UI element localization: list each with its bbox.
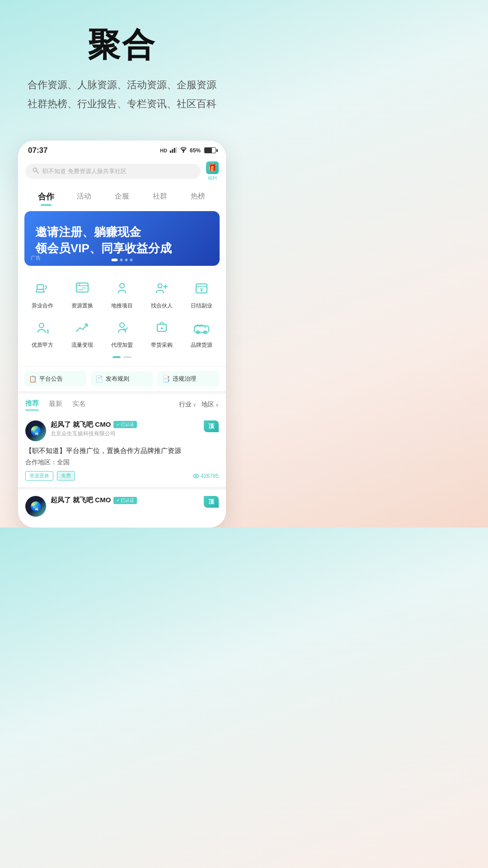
battery-percent: 65% [190,147,201,154]
check-icon-2: ✓ [116,498,120,503]
icon-resource[interactable]: 资源置换 [64,278,100,310]
icon-row-1: 异业合作 资源置换 地推项目 找合伙人 [23,278,221,310]
signal-icon [170,147,177,154]
svg-point-17 [158,283,162,288]
icon-traffic[interactable]: 流量变现 [64,317,100,349]
page-dot-active [113,356,121,358]
dot-3 [125,259,128,261]
top-badge: 顶 [204,420,219,432]
filter-industry[interactable]: 行业 ∨ [179,401,196,409]
svg-point-25 [120,323,124,327]
tab-community[interactable]: 社群 [141,189,179,204]
notice-text: 违规治理 [173,375,196,383]
hero-desc: 合作资源、人脉资源、活动资源、企服资源 社群热榜、行业报告、专栏资讯、社区百科 [18,75,226,113]
card-company: 北京众生互娱科技有限公司 [51,430,199,438]
grid-dots [23,356,221,363]
view-count: 426785 [193,473,219,479]
feed-card-1[interactable]: 🌏 起风了 就飞吧 CMO ✓ 已认证 北京众生互娱科技有限公司 顶 【职不知道… [18,414,226,490]
tab-enterprise[interactable]: 企服 [103,189,141,204]
svg-rect-1 [172,149,173,153]
top-badge-2: 顶 [204,496,219,508]
card-user-info: 起风了 就飞吧 CMO ✓ 已认证 北京众生互娱科技有限公司 [51,420,199,438]
card-username-2: 起风了 就飞吧 CMO [51,496,111,505]
svg-line-6 [37,171,39,174]
feed-tab-recommend[interactable]: 推荐 [25,399,39,410]
card-username: 起风了 就飞吧 CMO [51,420,111,429]
svg-point-33 [195,475,197,477]
icon-label: 日结副业 [191,302,212,310]
tag-free[interactable]: 免费 [57,471,75,481]
search-placeholder: 职不知道 免费资源人脉共享社区 [42,167,127,175]
tab-activity[interactable]: 活动 [65,189,103,204]
feed-tab-latest[interactable]: 最新 [49,400,62,410]
icon-agency[interactable]: 代理加盟 [104,317,140,349]
rules-icon: 📄 [95,375,103,382]
tag-resource[interactable]: 资源置换 [25,471,53,481]
icon-label: 优质甲方 [32,341,53,349]
hero-section: 聚合 合作资源、人脉资源、活动资源、企服资源 社群热榜、行业报告、专栏资讯、社区… [0,0,244,127]
icon-label: 品牌货源 [191,341,212,349]
icon-partner[interactable]: 找合伙人 [144,278,180,310]
check-icon: ✓ [116,422,120,427]
page-dot-inactive [123,356,131,358]
banner[interactable]: 邀请注册、躺赚现金 领会员VIP、同享收益分成 广告 [24,211,220,266]
notice-violation[interactable]: 📑 违规治理 [158,371,220,387]
hero-title: 聚合 [18,27,226,63]
dot-1 [112,259,118,261]
svg-rect-2 [174,148,175,153]
notice-announcement[interactable]: 📋 平台公告 [24,371,86,387]
icon-broadcast[interactable]: 异业合作 [24,278,61,310]
gift-button[interactable]: 🎁 福利 [206,161,219,181]
battery-icon [204,147,216,153]
avatar: 🌏 [25,420,46,441]
wifi-icon [180,147,187,154]
icon-label: 找合伙人 [151,302,173,310]
icon-shopping[interactable]: 带货采购 [144,317,180,349]
avatar-2: 🌏 [25,496,46,517]
icon-grid: 异业合作 资源置换 地推项目 找合伙人 [18,270,226,366]
icon-brand[interactable]: 品牌货源 [183,317,220,349]
svg-marker-27 [160,322,164,324]
violation-icon: 📑 [162,375,170,382]
svg-point-4 [183,151,184,153]
gift-icon: 🎁 [206,161,219,174]
status-time: 07:37 [28,146,47,155]
verified-badge-2: ✓ 已认证 [113,497,137,504]
svg-rect-3 [176,147,177,153]
card-header: 🌏 起风了 就飞吧 CMO ✓ 已认证 北京众生互娱科技有限公司 顶 [25,420,219,441]
filter-region[interactable]: 地区 ∨ [202,401,219,409]
chevron-down-icon: ∨ [193,402,196,407]
search-box[interactable]: 职不知道 免费资源人脉共享社区 [25,164,201,179]
feed-card-2[interactable]: 🌏 起风了 就飞吧 CMO ✓ 已认证 顶 [18,490,226,528]
icon-label: 流量变现 [71,341,93,349]
icon-client[interactable]: $ 优质甲方 [24,317,61,349]
card-footer: 资源置换 免费 426785 [25,471,219,481]
svg-text:$: $ [47,329,49,334]
card-title: 【职不知道】平台推广位，置换合作方品牌推广资源 [25,446,219,456]
tab-cooperation[interactable]: 合作 [27,189,65,205]
dot-4 [130,259,133,261]
card-header-2: 🌏 起风了 就飞吧 CMO ✓ 已认证 顶 [25,496,219,517]
dot-2 [120,259,123,261]
icon-label: 异业合作 [32,302,53,310]
svg-rect-11 [76,283,88,292]
icon-daily[interactable]: ¥ 日结副业 [183,278,220,310]
banner-dots [112,259,133,261]
banner-ad-label: 广告 [31,255,41,261]
feed-tabs: 推荐 最新 实名 行业 ∨ 地区 ∨ [18,391,226,414]
svg-point-23 [39,323,44,328]
svg-point-16 [120,283,124,288]
notice-text: 平台公告 [39,375,63,383]
icon-label: 带货采购 [151,341,173,349]
feed-tab-verified[interactable]: 实名 [72,400,86,410]
status-bar: 07:37 HD 65% [18,141,226,158]
card-sub: 合作地区：全国 [25,458,219,467]
icon-label: 地推项目 [111,302,133,310]
icon-ground[interactable]: 地推项目 [104,278,140,310]
icon-label: 代理加盟 [111,341,133,349]
tab-hot[interactable]: 热榜 [179,189,217,204]
notice-rules[interactable]: 📄 发布规则 [91,371,153,387]
search-row: 职不知道 免费资源人脉共享社区 🎁 福利 [18,158,226,185]
search-icon [33,167,39,175]
notice-bar: 📋 平台公告 📄 发布规则 📑 违规治理 [18,366,226,391]
